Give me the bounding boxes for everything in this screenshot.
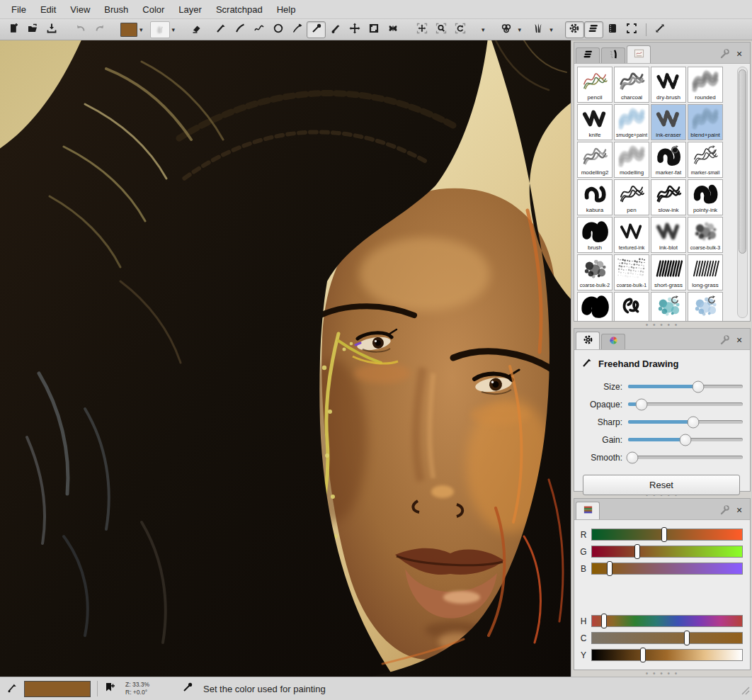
color-bar-handle[interactable] [634,544,640,559]
eraser-tool[interactable] [187,21,206,38]
brush-slow-ink[interactable]: slow-ink [651,179,686,215]
ellipse-tool[interactable] [268,21,287,38]
tool-options-close-icon[interactable]: × [732,332,746,348]
brush-panel-settings-wrench-icon[interactable] [717,46,732,62]
brush-groups-arrow-icon[interactable]: ▾ [547,26,555,33]
brush-rounded[interactable]: rounded [688,67,723,103]
tab-tool-options[interactable] [576,332,600,349]
color-bar-handle[interactable] [607,561,613,576]
reset-button[interactable]: Reset [583,475,740,495]
brush-kabura[interactable]: kabura [577,179,613,215]
brush-ink-blot[interactable]: ink-blot [651,217,686,253]
menu-file[interactable]: File [4,1,33,18]
slider-track-size[interactable] [628,385,743,388]
brush-long-grass[interactable]: long-grass [688,254,723,290]
slider-handle[interactable] [688,416,700,428]
pan-view-tool[interactable] [412,21,431,38]
view-options-arrow-icon[interactable]: ▾ [479,26,487,33]
brush-bulk[interactable]: bulk [577,292,613,321]
brush-ink-eraser[interactable]: ink-eraser [651,104,686,140]
panel-splitter[interactable]: • • • • • [574,670,751,677]
brush-puantilism[interactable]: puantilism [651,292,686,321]
brush-modelling[interactable]: modelling [614,142,649,178]
color-bar-handle[interactable] [661,527,667,542]
edit-frame-tool[interactable] [364,21,383,38]
panels-toggle[interactable] [584,21,603,38]
rotate-view-tool[interactable] [450,21,469,38]
color-bar-y[interactable] [591,649,743,661]
zoom-view-tool[interactable] [431,21,450,38]
color-swatch[interactable] [120,23,137,37]
brush-marker-small[interactable]: marker-small [688,142,723,178]
tool-options-toggle[interactable] [565,21,584,38]
brush-calligraphy[interactable]: calligraphy [614,292,649,321]
brush-short-grass[interactable]: short-grass [651,254,686,290]
slider-track-sharp[interactable] [628,420,743,424]
scratchpad-button[interactable] [603,21,622,38]
menu-layer[interactable]: Layer [171,1,209,18]
menu-view[interactable]: View [63,1,97,18]
brush-groups-button[interactable] [528,21,547,38]
color-bar-handle[interactable] [684,631,690,645]
color-sliders-close-icon[interactable]: × [732,502,746,518]
color-bar-c[interactable] [591,632,743,644]
brush-textured-ink[interactable]: textured-ink [614,217,649,253]
color-sliders-settings-wrench-icon[interactable] [717,502,732,518]
save-file[interactable] [42,21,61,38]
tab-brush-grid[interactable] [627,45,651,63]
brush-selector-arrow-icon[interactable]: ▾ [170,26,178,33]
blend-modes-arrow-icon[interactable]: ▾ [516,26,524,33]
brush-blend+paint[interactable]: blend+paint [688,104,723,140]
slider-handle[interactable] [692,380,704,393]
brush-dry-brush[interactable]: dry-brush [651,67,686,103]
brush-coarse-bulk-2[interactable]: coarse-bulk-2 [577,254,613,290]
brush-coarse-bulk-3[interactable]: coarse-bulk-3 [688,217,723,253]
tab-color-wheel[interactable] [601,334,625,349]
current-color-swatch[interactable] [24,681,91,697]
canvas[interactable] [0,40,571,678]
slider-handle[interactable] [636,398,648,410]
brush-scrollbar-thumb[interactable] [739,69,746,254]
slider-handle[interactable] [627,451,639,463]
menu-scratchpad[interactable]: Scratchpad [209,1,270,18]
brush-puantilism2[interactable]: puantilism2 [688,292,723,321]
fullscreen-button[interactable] [622,21,642,38]
open-file[interactable] [23,21,42,38]
brush-knife[interactable]: knife [577,104,613,140]
menu-help[interactable]: Help [270,1,303,18]
panel-splitter[interactable]: • • • • • [574,322,751,328]
brush-scrollbar[interactable] [737,67,748,318]
brush-pencil[interactable]: pencil [577,67,613,103]
color-bar-b[interactable] [591,563,743,575]
tool-options-settings-wrench-icon[interactable] [717,332,732,348]
brush-brush[interactable]: brush [577,217,613,253]
connected-lines-tool[interactable] [249,21,268,38]
flood-fill-tool[interactable] [326,21,345,38]
color-bar-r[interactable] [591,529,743,541]
expand-view-button[interactable] [651,21,670,38]
color-bar-handle[interactable] [640,648,646,662]
tab-brush-menu[interactable] [576,47,600,63]
color-bar-g[interactable] [591,546,743,558]
slider-track-gain[interactable] [628,438,743,441]
tab-component-sliders[interactable] [576,502,600,519]
brush-pointy-ink[interactable]: pointy-ink [688,179,723,215]
brush-marker-fat[interactable]: marker-fat [651,142,686,178]
color-swatch-arrow-icon[interactable]: ▾ [137,26,145,33]
brush-panel-close-icon[interactable]: × [732,46,746,62]
menu-edit[interactable]: Edit [33,1,63,18]
new-file[interactable] [4,21,23,38]
inking-tool[interactable] [287,21,307,38]
move-layer-tool[interactable] [345,21,364,38]
menu-color[interactable]: Color [135,1,171,18]
slider-track-opaque[interactable] [628,402,743,406]
menu-brush[interactable]: Brush [97,1,135,18]
symmetry-tool[interactable] [383,21,402,38]
blend-modes-button[interactable] [497,21,516,38]
brush-smudge+paint[interactable]: smudge+paint [614,104,649,140]
bookmark-add-icon[interactable] [104,682,115,696]
slider-track-smooth[interactable] [628,456,743,459]
brush-modelling2[interactable]: modelling2 [577,142,613,178]
lines-and-curves-tool[interactable] [230,21,249,38]
brush-pen[interactable]: pen [614,179,649,215]
